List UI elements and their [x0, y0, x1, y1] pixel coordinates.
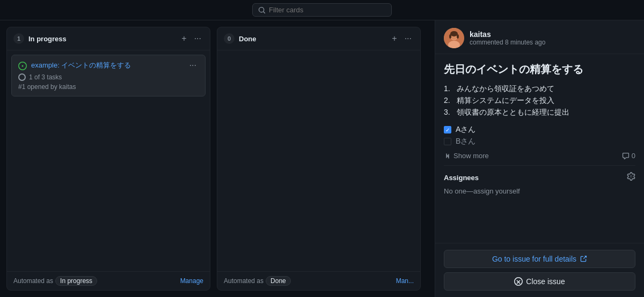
check-item-2: Bさん: [444, 137, 635, 146]
column-menu-button-in-progress[interactable]: ···: [192, 33, 203, 44]
panel-actions: Go to issue for full details Close issue: [435, 243, 644, 297]
right-panel: kaitas commented 8 minutes ago 先日のイベントの精…: [435, 20, 644, 297]
panel-body: 先日のイベントの精算をする 1. みんなから領収証をあつめて 2. 精算システム…: [435, 54, 644, 243]
column-title-done: Done: [239, 35, 385, 43]
check-item-1: Aさん: [444, 125, 635, 135]
column-count-in-progress: 1: [13, 33, 24, 44]
svg-point-6: [457, 34, 459, 39]
checkbox-2[interactable]: [444, 138, 451, 145]
main-content: 1 In progress + ··· example: イベントの精算をする: [0, 20, 644, 297]
external-link-icon: [580, 255, 587, 263]
board: 1 In progress + ··· example: イベントの精算をする: [0, 20, 435, 297]
top-bar: [0, 0, 644, 20]
card-footer-1: #1 opened by kaitas: [18, 83, 199, 91]
search-box: [252, 3, 392, 17]
list-item-3: 3. 領収書の原本とともに経理に提出: [444, 108, 635, 117]
move-icon: [444, 152, 451, 160]
column-actions-in-progress: + ···: [179, 33, 203, 44]
list-item-1: 1. みんなから領収証をあつめて: [444, 84, 635, 94]
panel-meta: kaitas commented 8 minutes ago: [470, 30, 545, 46]
goto-issue-button[interactable]: Go to issue for full details: [444, 250, 635, 268]
column-title-in-progress: In progress: [28, 35, 175, 43]
list-num-2: 2.: [444, 96, 453, 105]
column-footer-in-progress: Automated as In progress Manage: [7, 271, 210, 290]
comment-count-value: 0: [632, 152, 635, 160]
column-body-done: [217, 50, 420, 271]
checklist: Aさん Bさん: [444, 125, 635, 146]
list-text-1: みんなから領収証をあつめて: [457, 84, 554, 94]
column-actions-done: + ···: [390, 33, 414, 44]
show-more-label: Show more: [453, 152, 489, 160]
show-more-row: Show more 0: [444, 152, 635, 160]
panel-list: 1. みんなから領収証をあつめて 2. 精算システムにデータを投入 3. 領収書…: [444, 84, 635, 117]
avatar-svg: [444, 28, 464, 48]
manage-button-in-progress[interactable]: Manage: [180, 277, 203, 285]
close-issue-label: Close issue: [526, 277, 565, 286]
panel-username: kaitas: [470, 30, 545, 39]
card-title-1: example: イベントの精算をする: [31, 61, 183, 70]
status-badge-done: Done: [266, 276, 291, 286]
no-assignee-text: No one—assign yourself: [444, 187, 635, 195]
automated-label-in-progress: Automated as: [13, 277, 53, 285]
assignees-title: Assignees: [444, 174, 479, 182]
check-label-1: Aさん: [456, 125, 475, 135]
checkbox-1[interactable]: [444, 126, 451, 133]
list-item-2: 2. 精算システムにデータを投入: [444, 96, 635, 106]
comment-count: 0: [622, 152, 635, 160]
status-badge-in-progress: In progress: [55, 276, 97, 286]
close-circle-icon: [514, 277, 523, 286]
card-header-1: example: イベントの精算をする ···: [18, 61, 199, 70]
column-in-progress: 1 In progress + ··· example: イベントの精算をする: [6, 27, 210, 291]
close-issue-button[interactable]: Close issue: [444, 272, 635, 291]
add-card-button-done[interactable]: +: [390, 33, 399, 44]
avatar: [444, 28, 464, 48]
column-body-in-progress: example: イベントの精算をする ··· 1 of 3 tasks #1 …: [7, 50, 210, 271]
automated-label-done: Automated as: [224, 277, 264, 285]
goto-issue-label: Go to issue for full details: [492, 255, 576, 263]
assignees-section: Assignees No one—assign yourself: [444, 165, 635, 195]
list-num-1: 1.: [444, 84, 453, 93]
gear-icon: [627, 172, 635, 181]
svg-point-4: [450, 31, 458, 36]
show-more-button[interactable]: Show more: [444, 152, 489, 160]
automated-badge-done: Automated as Done: [224, 276, 291, 286]
list-text-3: 領収書の原本とともに経理に提出: [457, 108, 569, 117]
card-menu-button-1[interactable]: ···: [187, 61, 199, 70]
search-icon: [258, 6, 266, 14]
column-count-done: 0: [224, 33, 235, 44]
list-text-2: 精算システムにデータを投入: [457, 96, 554, 106]
comment-icon: [622, 152, 630, 160]
progress-icon: [18, 73, 26, 81]
card-task-progress: 1 of 3 tasks: [29, 73, 62, 81]
manage-button-done[interactable]: Man...: [396, 277, 414, 285]
column-footer-done: Automated as Done Man...: [217, 271, 420, 290]
check-label-2: Bさん: [456, 137, 475, 146]
assignees-header: Assignees: [444, 172, 635, 183]
issue-open-icon: [18, 62, 27, 70]
automated-badge-in-progress: Automated as In progress: [13, 276, 97, 286]
panel-header: kaitas commented 8 minutes ago: [435, 20, 644, 54]
list-num-3: 3.: [444, 108, 453, 116]
panel-title: 先日のイベントの精算をする: [444, 62, 635, 77]
card-meta-1: 1 of 3 tasks: [18, 73, 199, 81]
assignees-gear-button[interactable]: [627, 172, 635, 183]
column-menu-button-done[interactable]: ···: [402, 33, 414, 44]
column-header-done: 0 Done + ···: [217, 27, 420, 50]
search-input[interactable]: [269, 6, 386, 14]
add-card-button-in-progress[interactable]: +: [179, 33, 188, 44]
svg-point-5: [449, 34, 451, 39]
panel-time: commented 8 minutes ago: [470, 39, 545, 46]
column-header-in-progress: 1 In progress + ···: [7, 27, 210, 50]
column-done: 0 Done + ··· Automated as Done Man...: [217, 27, 421, 291]
card-1[interactable]: example: イベントの精算をする ··· 1 of 3 tasks #1 …: [11, 55, 206, 96]
